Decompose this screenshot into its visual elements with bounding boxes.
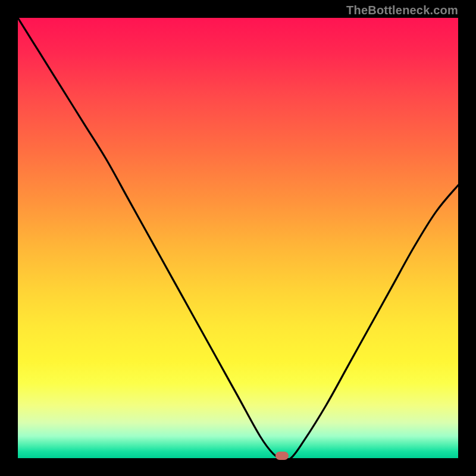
- bottleneck-curve-path: [18, 18, 458, 458]
- watermark-text: TheBottleneck.com: [346, 4, 458, 17]
- optimal-marker: [275, 452, 289, 460]
- chart-container: TheBottleneck.com: [0, 0, 476, 476]
- curve-svg: [18, 18, 458, 458]
- plot-area: [18, 18, 458, 458]
